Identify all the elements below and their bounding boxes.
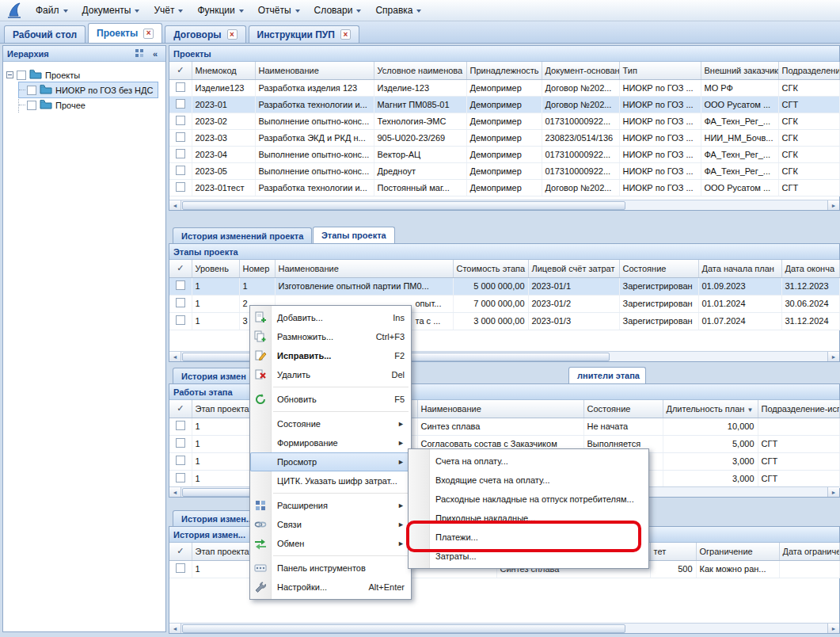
tab-stage-executors[interactable]: лнители этапа — [568, 367, 646, 383]
row-checkbox[interactable] — [176, 132, 185, 142]
tab-project-stages[interactable]: Этапы проекта — [313, 227, 395, 243]
select-all-header[interactable]: ✓ — [169, 260, 192, 277]
menu-reports[interactable]: Отчёты — [251, 2, 307, 19]
submenu-item-invoices[interactable]: Счета на оплату... — [409, 452, 648, 471]
select-all-header[interactable]: ✓ — [169, 543, 192, 560]
tree-item-projects[interactable]: Проекты — [6, 67, 85, 82]
scroll-left-button[interactable]: ◄ — [169, 200, 181, 210]
menu-item-links[interactable]: Связи ► — [250, 515, 411, 534]
menu-item-extensions[interactable]: Расширения ► — [250, 496, 411, 515]
close-icon[interactable]: × — [227, 29, 238, 40]
row-checkbox[interactable] — [176, 456, 185, 465]
menu-item-add[interactable]: Добавить... Ins — [250, 308, 411, 327]
column-header[interactable]: Состояние — [619, 260, 698, 277]
menu-file[interactable]: Файл — [29, 2, 75, 19]
scroll-right-button[interactable]: ► — [827, 200, 839, 210]
column-header[interactable]: Дата ограниче... — [779, 543, 839, 560]
submenu-item-incoming-waybills[interactable]: Приходные накладные... — [409, 509, 648, 528]
column-header[interactable]: тет — [650, 543, 696, 560]
column-header[interactable]: Тип — [619, 62, 701, 79]
menu-accounting[interactable]: Учёт — [146, 2, 190, 19]
submenu-item-outgoing-waybills[interactable]: Расходные накладные на отпуск потребител… — [409, 490, 648, 509]
menu-help[interactable]: Справка — [368, 2, 428, 19]
tab-desktop[interactable]: Рабочий стол — [4, 25, 86, 43]
tree-checkbox[interactable] — [27, 86, 36, 95]
select-all-header[interactable]: ✓ — [169, 400, 192, 418]
menu-item-duplicate[interactable]: Размножить... Ctrl+F3 — [250, 327, 411, 346]
tree-checkbox[interactable] — [17, 71, 26, 80]
tree-item-other[interactable]: Прочее — [19, 97, 90, 113]
row-checkbox[interactable] — [176, 116, 185, 125]
close-icon[interactable]: × — [340, 29, 351, 40]
collapse-expander-icon[interactable] — [6, 71, 13, 78]
column-header[interactable]: Внешний заказчик — [701, 62, 778, 79]
column-header[interactable]: Уровень — [192, 260, 239, 277]
row-checkbox[interactable] — [176, 438, 185, 448]
row-checkbox[interactable] — [176, 99, 185, 109]
tree-checkbox[interactable] — [27, 101, 36, 110]
column-header[interactable]: Подразделение-исп — [758, 400, 839, 418]
scroll-left-button[interactable]: ◄ — [169, 624, 181, 633]
menu-item-refresh[interactable]: Обновить F5 — [250, 390, 411, 409]
tab-project-history[interactable]: История изменений проекта — [173, 227, 312, 243]
scroll-right-button[interactable]: ► — [827, 352, 839, 361]
row-checkbox[interactable] — [176, 280, 185, 290]
menu-item-view[interactable]: Просмотр ► — [250, 452, 411, 471]
table-row[interactable]: Изделие123Разработка изделия 123Изделие-… — [169, 79, 839, 96]
collapse-panel-button[interactable]: « — [149, 48, 162, 59]
menu-item-formation[interactable]: Формирование ► — [250, 433, 411, 452]
menu-item-state[interactable]: Состояние ► — [250, 414, 411, 433]
row-checkbox[interactable] — [176, 82, 185, 92]
table-row[interactable]: 2023-04Выполнение опытно-конс...Вектор-А… — [169, 146, 839, 162]
tab-contracts[interactable]: Договоры× — [165, 25, 245, 43]
row-checkbox[interactable] — [176, 421, 185, 430]
tab-stage-history[interactable]: История измен — [173, 368, 260, 383]
menu-item-settings[interactable]: Настройки... Alt+Enter — [250, 578, 411, 597]
scroll-left-button[interactable]: ◄ — [169, 352, 181, 361]
scrollbar-thumb[interactable] — [182, 624, 625, 633]
column-header[interactable]: Наименование — [275, 260, 453, 277]
column-header[interactable]: Подразделени — [778, 62, 839, 79]
menu-functions[interactable]: Функции — [190, 2, 250, 19]
column-header[interactable]: Этап проекта — [192, 400, 251, 418]
column-header[interactable]: Длительность план▼ — [663, 400, 758, 418]
menu-item-toolbar[interactable]: Панель инструментов — [250, 559, 411, 578]
menu-item-edit[interactable]: Исправить... F2 — [250, 346, 411, 365]
column-header[interactable]: Дата начала план — [698, 260, 781, 277]
menu-item-citk-cost-code[interactable]: ЦИТК. Указать шифр затрат... — [250, 471, 411, 490]
column-header[interactable]: Принадлежность — [466, 62, 542, 79]
column-header[interactable]: Стоимость этапа — [453, 260, 528, 277]
row-checkbox[interactable] — [176, 149, 185, 158]
column-header[interactable]: Наименование — [417, 400, 583, 418]
tab-projects[interactable]: Проекты× — [88, 23, 162, 43]
row-checkbox[interactable] — [176, 563, 185, 573]
row-checkbox[interactable] — [176, 182, 185, 192]
row-checkbox[interactable] — [176, 298, 185, 307]
table-row[interactable]: 2023-02Выполнение опытно-конс...Технолог… — [169, 113, 839, 129]
menu-item-delete[interactable]: Удалить Del — [250, 365, 411, 384]
column-header[interactable]: Мнемокод — [192, 62, 255, 79]
submenu-item-costs[interactable]: Затраты... — [409, 547, 648, 566]
scroll-right-button[interactable]: ► — [827, 487, 839, 497]
menu-item-exchange[interactable]: Обмен ► — [250, 534, 411, 553]
scroll-left-button[interactable]: ◄ — [169, 487, 181, 497]
row-checkbox[interactable] — [176, 473, 185, 483]
submenu-item-payments[interactable]: Платежи... — [409, 528, 648, 547]
table-row[interactable]: 2023-03Разработка ЭКД и РКД н...905-U020… — [169, 129, 839, 146]
column-header[interactable]: Условное наименова — [374, 62, 466, 79]
tab-instructions[interactable]: Инструкции ПУП× — [249, 25, 359, 43]
row-checkbox[interactable] — [176, 166, 185, 175]
filter-grid-icon[interactable] — [133, 48, 146, 59]
column-header[interactable]: Лицевой счёт затрат — [528, 260, 619, 277]
tree-item-niokr-goz[interactable]: НИОКР по ГОЗ без НДС — [19, 82, 158, 97]
menu-documents[interactable]: Документы — [75, 2, 147, 19]
menu-dictionaries[interactable]: Словари — [307, 2, 369, 19]
row-checkbox[interactable] — [176, 315, 185, 325]
table-row[interactable]: 2023-05Выполнение опытно-конс...Дредноут… — [169, 162, 839, 179]
column-header[interactable]: Наименование — [255, 62, 374, 79]
table-row[interactable]: 2023-01Разработка технологии и...Магнит … — [169, 96, 839, 113]
column-header[interactable]: Документ-основан — [542, 62, 619, 79]
submenu-item-incoming-invoices[interactable]: Входящие счета на оплату... — [409, 471, 648, 490]
table-row[interactable]: 2023-01тестРазработка технологии и...Пос… — [169, 179, 839, 196]
table-row[interactable]: 11Изготовление опытной партии ПМ0...5 00… — [169, 277, 839, 295]
